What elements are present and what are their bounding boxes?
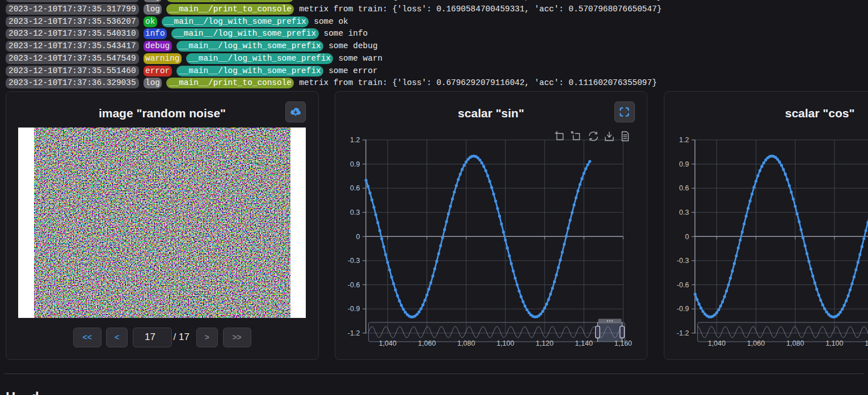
svg-text:0.9: 0.9: [679, 160, 689, 168]
svg-text:0.6: 0.6: [679, 184, 689, 192]
svg-text:1,080: 1,080: [786, 339, 804, 347]
svg-text:-0.6: -0.6: [348, 281, 360, 289]
svg-text:1,120: 1,120: [536, 339, 553, 347]
svg-text:0: 0: [685, 233, 689, 241]
svg-text:0.6: 0.6: [350, 184, 360, 192]
svg-text:0.3: 0.3: [350, 209, 360, 216]
svg-text:1,040: 1,040: [379, 339, 397, 347]
svg-text:1,160: 1,160: [614, 339, 632, 347]
svg-text:0.9: 0.9: [350, 160, 360, 168]
svg-text:-0.6: -0.6: [676, 281, 689, 289]
svg-text:0: 0: [356, 233, 360, 241]
svg-text:-1.2: -1.2: [348, 329, 360, 337]
svg-text:1.2: 1.2: [679, 136, 689, 144]
svg-text:1,080: 1,080: [457, 339, 475, 347]
svg-text:-0.3: -0.3: [348, 257, 360, 265]
svg-text:1,100: 1,100: [825, 339, 843, 347]
svg-text:1.2: 1.2: [350, 136, 360, 144]
svg-text:-0.9: -0.9: [348, 305, 360, 313]
svg-text:1,060: 1,060: [747, 339, 764, 347]
svg-text:0.3: 0.3: [679, 209, 689, 216]
svg-text:1,100: 1,100: [496, 339, 514, 347]
svg-text:-1.2: -1.2: [676, 329, 689, 337]
svg-text:-0.3: -0.3: [676, 257, 689, 265]
svg-text:1,040: 1,040: [707, 339, 725, 347]
svg-text:-0.9: -0.9: [676, 305, 689, 313]
svg-text:1,120: 1,120: [865, 339, 868, 347]
svg-text:1,060: 1,060: [418, 339, 436, 347]
svg-text:1,140: 1,140: [575, 339, 593, 347]
